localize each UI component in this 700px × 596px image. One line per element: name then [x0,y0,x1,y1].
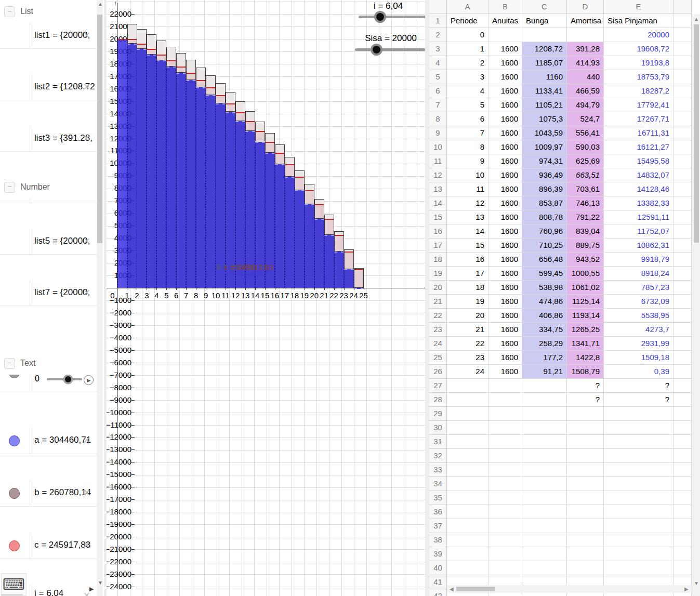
chart-bar-anuitas-box[interactable] [235,101,245,121]
chart-bar-anuitas-box[interactable] [295,170,305,190]
chart-bar-anuitas-box[interactable] [255,122,265,141]
chart-bar-sisa[interactable] [137,49,147,288]
graphics-sheet-splitter[interactable] [425,0,429,596]
collapse-icon[interactable]: − [4,358,15,369]
sheet-cell-f[interactable] [673,253,692,267]
sheet-cell[interactable]: 3 [447,70,488,84]
scroll-down-icon[interactable]: ▼ [694,580,699,586]
sheet-cell[interactable]: 9 [447,154,488,168]
delete-object-icon[interactable]: ✕ [83,287,90,298]
sheet-cell-f[interactable] [673,84,692,98]
sheet-cell-f[interactable] [673,126,692,140]
scroll-down-icon[interactable]: ▼ [98,580,103,586]
delete-object-icon[interactable]: ✕ [83,30,90,41]
row-header[interactable]: 7 [429,98,447,112]
sheet-cell[interactable]: 1000,55 [567,267,604,281]
row-header[interactable]: 11 [429,154,447,168]
sheet-cell[interactable] [567,505,604,519]
sheet-cell[interactable]: 258,29 [522,337,567,351]
chart-bar-sisa[interactable] [156,60,166,288]
sheet-cell[interactable] [488,491,522,505]
row-header[interactable]: 35 [429,491,447,505]
sheet-cell[interactable]: 974,31 [522,154,567,168]
sheet-cell[interactable]: 1600 [488,140,522,154]
chart-bar-anuitas-box[interactable] [285,157,295,177]
sheet-cell-f[interactable] [673,14,692,28]
sheet-cell[interactable]: 625,69 [567,154,604,168]
chart-bar-anuitas-box[interactable] [226,92,235,112]
algebra-row-list-4[interactable]: list5 = {20000,✕ [0,229,97,255]
sheet-cell-f[interactable] [673,196,692,210]
scroll-left-icon[interactable]: ◀ [450,586,454,592]
sheet-cell[interactable]: Bunga [522,14,567,28]
sheet-cell[interactable] [522,463,567,477]
chart-bar-anuitas-box[interactable] [275,144,285,164]
sheet-cell[interactable]: ? [604,379,673,393]
row-header[interactable]: 8 [429,112,447,126]
sheet-cell[interactable]: 746,13 [567,196,604,210]
sheet-cell[interactable]: 22 [447,337,488,351]
sheet-cell[interactable]: 414,93 [567,56,604,70]
sheet-cell[interactable]: 889,75 [567,239,604,253]
sheet-cell[interactable] [488,379,522,393]
row-header[interactable]: 22 [429,309,447,323]
sheet-cell[interactable] [447,491,488,505]
sheet-cell[interactable] [604,561,673,575]
sheet-cell[interactable] [522,28,567,42]
sheet-cell[interactable] [447,449,488,463]
sheet-cell[interactable] [488,477,522,491]
sheet-cell[interactable]: 4 [447,84,488,98]
sheet-vscrollbar[interactable]: ▲▼ [692,14,700,596]
sheet-cell[interactable]: 1509,18 [604,351,673,365]
sheet-cell-f[interactable] [673,449,692,463]
chart-bar-sisa[interactable] [147,55,156,288]
row-header[interactable]: 32 [429,449,447,463]
chart-bar-anuitas-box[interactable] [245,111,255,131]
sheet-cell[interactable] [567,435,604,449]
sheet-cell[interactable]: 440 [567,70,604,84]
sheet-cell[interactable]: 1600 [488,309,522,323]
sheet-cell[interactable] [604,519,673,533]
row-header[interactable]: 15 [429,210,447,224]
sheet-cell-f[interactable] [673,477,692,491]
sheet-cell-f[interactable] [673,533,692,547]
sheet-cell[interactable]: 1160 [522,70,567,84]
sheet-cell[interactable] [447,421,488,435]
sheet-cell-f[interactable] [673,154,692,168]
sheet-cell[interactable] [567,463,604,477]
sheet-cell[interactable]: 10862,31 [604,239,673,253]
chart-bar-anuitas-box[interactable] [206,75,216,95]
sheet-cell[interactable] [522,407,567,421]
sheet-cell[interactable] [488,435,522,449]
sheet-cell-f[interactable] [673,463,692,477]
row-header[interactable]: 4 [429,56,447,70]
sheet-cell-f[interactable] [673,519,692,533]
sheet-cell[interactable]: 1600 [488,351,522,365]
chart-bar-sisa[interactable] [127,44,137,288]
chart-bar-sisa[interactable] [275,164,285,288]
sheet-cell[interactable] [488,407,522,421]
row-header[interactable]: 19 [429,267,447,281]
sheet-cell[interactable] [522,421,567,435]
sheet-cell-f[interactable] [673,337,692,351]
graphics-slider-handle[interactable] [376,13,384,21]
chart-bar-anuitas-box[interactable] [196,68,206,87]
chart-bar-sisa[interactable] [196,87,206,288]
chart-bar-sisa[interactable] [314,219,324,288]
sheet-cell-f[interactable] [673,224,692,239]
sheet-cell-f[interactable] [673,365,692,379]
sheet-cell[interactable]: 1600 [488,323,522,337]
sheet-cell[interactable]: 936,49 [522,168,567,182]
row-header[interactable]: 1 [429,14,447,28]
sheet-cell[interactable]: 24 [447,365,488,379]
sheet-cell[interactable]: 5538,95 [604,309,673,323]
sheet-cell[interactable]: 1600 [488,239,522,253]
scroll-up-icon[interactable]: ▲ [98,1,103,7]
sheet-cell[interactable]: 12591,11 [604,210,673,224]
chart-bar-sisa[interactable] [226,112,235,288]
sheet-cell[interactable]: 1193,14 [567,309,604,323]
row-header[interactable]: 3 [429,42,447,56]
algebra-row-number-2[interactable]: b = 260780,14✕ [0,480,97,507]
sheet-cell[interactable]: 1600 [488,295,522,309]
graphics-slider-handle[interactable] [373,46,380,54]
